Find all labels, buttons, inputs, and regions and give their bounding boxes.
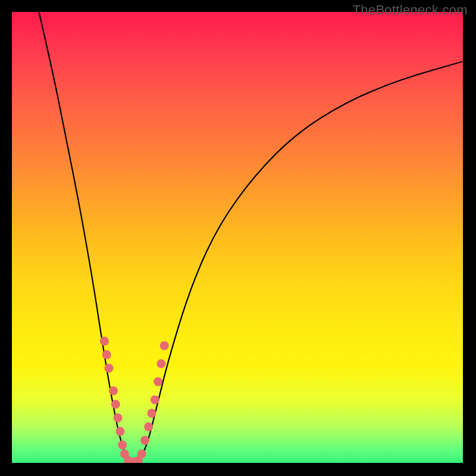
marker-point	[147, 409, 156, 418]
curve-svg	[12, 12, 463, 463]
marker-point	[144, 422, 153, 431]
marker-point	[118, 440, 127, 449]
marker-point	[140, 436, 149, 445]
chart-frame: TheBottleneck.com	[0, 0, 476, 476]
marker-point	[100, 337, 109, 346]
marker-point	[160, 341, 169, 350]
markers-group	[100, 337, 169, 463]
marker-point	[115, 427, 124, 436]
marker-point	[102, 350, 111, 359]
marker-point	[151, 395, 159, 404]
marker-point	[111, 400, 120, 409]
plot-area	[12, 12, 463, 463]
marker-point	[104, 364, 113, 372]
marker-point	[137, 449, 146, 458]
marker-point	[156, 359, 165, 368]
marker-point	[109, 386, 118, 395]
marker-point	[154, 377, 162, 386]
bottleneck-curve	[39, 12, 463, 463]
marker-point	[114, 414, 123, 422]
